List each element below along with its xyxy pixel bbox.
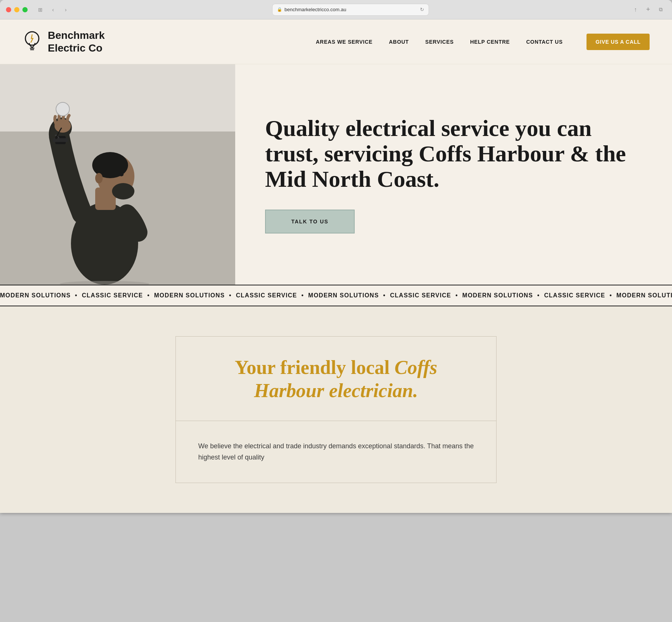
local-card: Your friendly local Coffs Harbour electr…	[175, 336, 497, 483]
browser-window: ⊞ ‹ › 🔒 benchmarkelectricco.com.au ↻ ↑ +…	[0, 0, 672, 513]
nav-services[interactable]: SERVICES	[425, 39, 454, 45]
hero-section: Quality electrical service you can trust…	[0, 64, 672, 285]
ticker-content: MODERN SOLUTIONS • CLASSIC SERVICE • MOD…	[0, 292, 672, 299]
give-us-a-call-button[interactable]: GIVE US A CALL	[587, 34, 650, 50]
ticker-bar: MODERN SOLUTIONS • CLASSIC SERVICE • MOD…	[0, 285, 672, 306]
nav-about[interactable]: ABOUT	[389, 39, 409, 45]
forward-button[interactable]: ›	[60, 4, 71, 15]
browser-titlebar: ⊞ ‹ › 🔒 benchmarkelectricco.com.au ↻ ↑ +…	[0, 0, 672, 19]
lock-icon: 🔒	[277, 7, 282, 12]
address-bar[interactable]: 🔒 benchmarkelectricco.com.au ↻	[272, 4, 429, 16]
reload-icon[interactable]: ↻	[420, 7, 424, 12]
local-body-text: We believe the electrical and trade indu…	[198, 440, 474, 463]
navigation: Benchmark Electric Co AREAS WE SERVICE A…	[0, 19, 672, 64]
url-text: benchmarkelectricco.com.au	[284, 7, 346, 12]
electrician-image	[0, 64, 235, 285]
website-content: Benchmark Electric Co AREAS WE SERVICE A…	[0, 19, 672, 513]
browser-actions: ↑ + ⧉	[630, 4, 666, 15]
nav-help[interactable]: HELP CENTRE	[470, 39, 510, 45]
local-section: Your friendly local Coffs Harbour electr…	[0, 306, 672, 513]
nav-areas[interactable]: AREAS WE SERVICE	[316, 39, 373, 45]
nav-contact[interactable]: CONTACT US	[526, 39, 563, 45]
share-button[interactable]: ↑	[630, 4, 641, 15]
local-heading: Your friendly local Coffs Harbour electr…	[198, 356, 474, 403]
local-card-body: We believe the electrical and trade indu…	[176, 421, 496, 483]
svg-rect-14	[53, 138, 68, 142]
back-button[interactable]: ‹	[48, 4, 58, 15]
new-tab-button[interactable]: +	[643, 4, 653, 15]
close-button[interactable]	[6, 7, 11, 12]
logo-text: Benchmark Electric Co	[48, 29, 105, 54]
svg-point-11	[119, 173, 124, 176]
window-button[interactable]: ⧉	[656, 4, 666, 15]
svg-rect-4	[0, 64, 235, 131]
logo-icon	[22, 30, 42, 53]
maximize-button[interactable]	[22, 7, 28, 12]
svg-point-9	[112, 183, 134, 199]
hero-image	[0, 64, 235, 285]
heading-plain: Your friendly local	[235, 357, 395, 378]
address-bar-wrapper: 🔒 benchmarkelectricco.com.au ↻	[75, 4, 626, 16]
hero-content: Quality electrical service you can trust…	[235, 64, 672, 285]
minimize-button[interactable]	[14, 7, 19, 12]
hero-heading: Quality electrical service you can trust…	[265, 115, 642, 192]
local-card-header: Your friendly local Coffs Harbour electr…	[176, 337, 496, 421]
traffic-lights	[6, 7, 28, 12]
nav-links: AREAS WE SERVICE ABOUT SERVICES HELP CEN…	[316, 34, 650, 50]
browser-controls: ⊞ ‹ ›	[35, 4, 71, 15]
tab-switcher[interactable]: ⊞	[35, 4, 46, 15]
svg-point-16	[56, 102, 69, 116]
logo-area[interactable]: Benchmark Electric Co	[22, 29, 105, 54]
svg-point-12	[95, 173, 103, 183]
talk-to-us-button[interactable]: TALK TO US	[265, 210, 355, 233]
